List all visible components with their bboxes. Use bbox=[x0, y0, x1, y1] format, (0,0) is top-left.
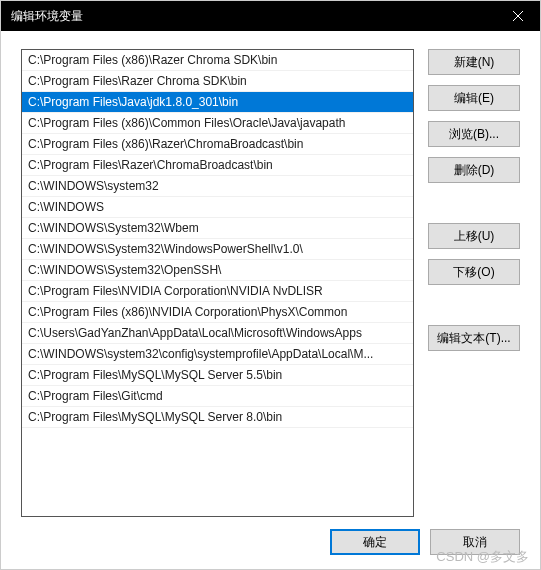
list-item[interactable]: C:\Users\GadYanZhan\AppData\Local\Micros… bbox=[22, 323, 413, 344]
cancel-button[interactable]: 取消 bbox=[430, 529, 520, 555]
list-item[interactable]: C:\WINDOWS bbox=[22, 197, 413, 218]
list-item[interactable]: C:\Program Files (x86)\Common Files\Orac… bbox=[22, 113, 413, 134]
list-item[interactable]: C:\Program Files\Razer\ChromaBroadcast\b… bbox=[22, 155, 413, 176]
close-button[interactable] bbox=[495, 1, 540, 31]
list-item[interactable]: C:\Program Files\Java\jdk1.8.0_301\bin bbox=[22, 92, 413, 113]
list-item[interactable]: C:\Program Files (x86)\Razer Chroma SDK\… bbox=[22, 50, 413, 71]
list-item[interactable]: C:\Program Files\Git\cmd bbox=[22, 386, 413, 407]
list-item[interactable]: C:\WINDOWS\system32\config\systemprofile… bbox=[22, 344, 413, 365]
list-item[interactable]: C:\Program Files (x86)\NVIDIA Corporatio… bbox=[22, 302, 413, 323]
list-item[interactable]: C:\Program Files\MySQL\MySQL Server 5.5\… bbox=[22, 365, 413, 386]
list-item[interactable]: C:\WINDOWS\System32\Wbem bbox=[22, 218, 413, 239]
ok-button[interactable]: 确定 bbox=[330, 529, 420, 555]
new-button[interactable]: 新建(N) bbox=[428, 49, 520, 75]
bottom-bar: 确定 取消 bbox=[21, 529, 520, 555]
delete-button[interactable]: 删除(D) bbox=[428, 157, 520, 183]
edit-button[interactable]: 编辑(E) bbox=[428, 85, 520, 111]
list-item[interactable]: C:\WINDOWS\System32\OpenSSH\ bbox=[22, 260, 413, 281]
list-item[interactable]: C:\Program Files\Razer Chroma SDK\bin bbox=[22, 71, 413, 92]
main-area: C:\Program Files (x86)\Razer Chroma SDK\… bbox=[21, 49, 520, 517]
dialog-window: 编辑环境变量 C:\Program Files (x86)\Razer Chro… bbox=[0, 0, 541, 570]
titlebar: 编辑环境变量 bbox=[1, 1, 540, 31]
list-item[interactable]: C:\Program Files\NVIDIA Corporation\NVID… bbox=[22, 281, 413, 302]
side-button-panel: 新建(N) 编辑(E) 浏览(B)... 删除(D) 上移(U) 下移(O) 编… bbox=[428, 49, 520, 517]
move-down-button[interactable]: 下移(O) bbox=[428, 259, 520, 285]
window-title: 编辑环境变量 bbox=[11, 8, 83, 25]
list-item[interactable]: C:\Program Files (x86)\Razer\ChromaBroad… bbox=[22, 134, 413, 155]
list-item[interactable]: C:\Program Files\MySQL\MySQL Server 8.0\… bbox=[22, 407, 413, 428]
list-item[interactable]: C:\WINDOWS\system32 bbox=[22, 176, 413, 197]
client-area: C:\Program Files (x86)\Razer Chroma SDK\… bbox=[1, 31, 540, 569]
move-up-button[interactable]: 上移(U) bbox=[428, 223, 520, 249]
list-item[interactable]: C:\WINDOWS\System32\WindowsPowerShell\v1… bbox=[22, 239, 413, 260]
close-icon bbox=[513, 11, 523, 21]
browse-button[interactable]: 浏览(B)... bbox=[428, 121, 520, 147]
edit-text-button[interactable]: 编辑文本(T)... bbox=[428, 325, 520, 351]
path-listbox[interactable]: C:\Program Files (x86)\Razer Chroma SDK\… bbox=[21, 49, 414, 517]
